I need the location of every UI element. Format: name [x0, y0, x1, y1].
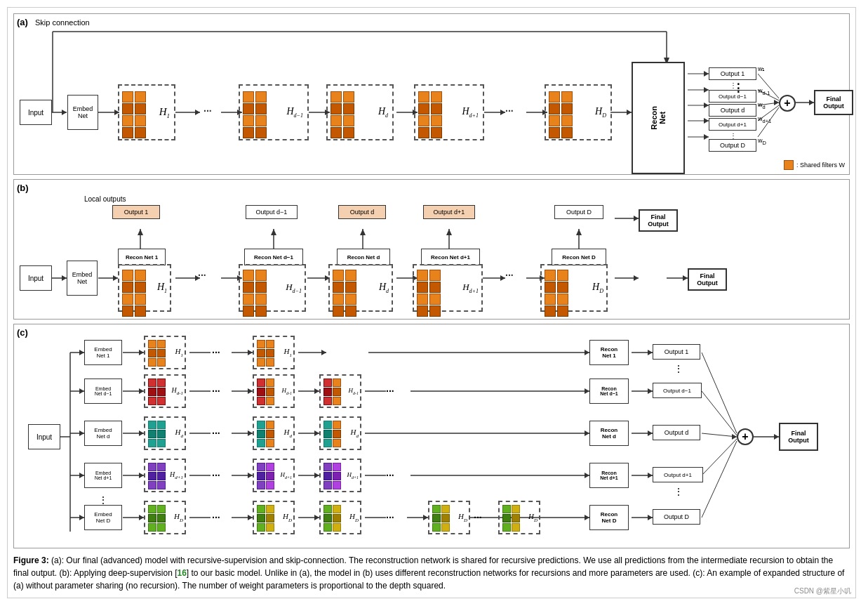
svg-marker-147: [648, 388, 653, 394]
h-dots-1-c: ···: [212, 347, 220, 358]
svg-marker-20: [627, 110, 632, 115]
dashed-hd-a: Hd: [326, 84, 394, 140]
recon-netD-c: Recon Net D: [589, 505, 629, 530]
embed-netdm1-c: Embed Net d−1: [84, 379, 122, 404]
output1-c: Output 1: [653, 344, 700, 360]
filter-block-dp1-c: Hd+1: [144, 459, 186, 492]
svg-marker-23: [704, 71, 709, 77]
svg-marker-95: [139, 350, 144, 355]
svg-line-158: [702, 441, 737, 518]
svg-line-156: [702, 433, 737, 437]
recon-netdm1-label-b: Recon Net d−1: [254, 254, 293, 261]
svg-marker-145: [648, 350, 653, 355]
output1-box-a: Output 1: [709, 67, 756, 80]
embed-netdm1-label-c: Embed Net d−1: [95, 386, 112, 396]
embed-netD-label-c: Embed Net D: [94, 511, 112, 524]
recon-netdp1-label-b: Recon Net d+1: [431, 254, 470, 261]
dashed-hd-b: Hd: [328, 264, 393, 312]
input-box-c: Input: [28, 424, 60, 449]
svg-marker-89: [79, 430, 84, 436]
filter5-D-c: HD: [498, 501, 540, 534]
final-output-a: Final Output: [814, 90, 853, 115]
recon-netD-b: Recon Net D: [552, 249, 606, 265]
section-a-label: (a): [17, 17, 28, 27]
svg-marker-116: [248, 473, 253, 478]
output1-label-b: Output 1: [124, 209, 149, 216]
section-b: (b): [13, 179, 850, 320]
svg-marker-149: [648, 430, 653, 436]
dots2-r4-c: ···: [386, 470, 394, 481]
outputdm1-label-b: Output d−1: [256, 209, 288, 216]
outputD-box-b: Output D: [554, 205, 603, 219]
dots-2-b: ···: [505, 270, 514, 281]
svg-marker-120: [321, 350, 326, 355]
section-a: (a) Skip connection: [13, 13, 850, 175]
filter3-dp1-c: Hd+1: [319, 459, 361, 492]
input-box-a: Input: [20, 100, 52, 125]
svg-marker-103: [139, 515, 144, 520]
svg-marker-118: [248, 515, 253, 520]
svg-marker-159: [732, 434, 737, 440]
svg-line-155: [702, 391, 737, 435]
recon-netdp1-b: Recon Net d+1: [421, 249, 480, 265]
svg-marker-161: [774, 434, 779, 440]
svg-marker-133: [423, 515, 428, 520]
final-output-label-c: Final Output: [788, 430, 809, 444]
section-c: (c): [13, 324, 850, 548]
svg-marker-143: [585, 515, 589, 520]
filter-block-d-c: Hd: [144, 416, 186, 450]
svg-marker-99: [139, 430, 144, 436]
svg-marker-61: [138, 229, 143, 235]
wdp1-label-a: wd+1: [758, 115, 771, 124]
legend-a: : Shared filters W: [784, 160, 845, 170]
svg-marker-63: [271, 229, 276, 235]
embed-netd-label-c: Embed Net d: [94, 427, 112, 440]
outputD-label-b: Output D: [566, 209, 592, 216]
svg-marker-112: [248, 388, 253, 394]
dashed-hdm1-b: Hd−1: [239, 264, 306, 312]
dots3-r5-c: ···: [474, 512, 482, 523]
svg-marker-141: [585, 473, 589, 478]
wdm1-label-a: wd-1: [758, 87, 770, 96]
embed-net-label-b: Embed Net: [72, 271, 93, 285]
outputD-label-a: Output D: [720, 142, 745, 149]
svg-marker-25: [704, 87, 709, 93]
legend-icon-a: [784, 160, 794, 170]
w1-label-a: w₁: [758, 65, 766, 72]
svg-marker-67: [446, 229, 452, 235]
filter3-D-c: HD: [319, 501, 361, 534]
caption-cite: 16: [177, 568, 186, 578]
filter2-1-c: H1: [253, 336, 295, 369]
watermark: CSDN @紫星小叽: [794, 586, 851, 596]
outputdp1-c: Output d+1: [653, 467, 703, 482]
svg-marker-69: [576, 229, 582, 235]
svg-marker-27: [704, 103, 709, 108]
embed-net-label-a: Embed Net: [73, 105, 93, 119]
final-output-b: Final Output: [639, 209, 678, 232]
caption-figure-label: Figure 3:: [13, 555, 49, 565]
plus-circle-a: +: [779, 95, 796, 112]
outputD-c: Output D: [653, 509, 700, 525]
recon-netd-label-b: Recon Net d: [347, 254, 380, 261]
svg-marker-137: [585, 388, 589, 394]
recon-netdm1-b: Recon Net d−1: [244, 249, 303, 265]
recon-dots-a: ⋮: [733, 81, 744, 95]
recon-net1-c: Recon Net 1: [589, 340, 629, 365]
outputd-label-c: Output d: [665, 429, 689, 436]
outputd-label-b: Output d: [350, 209, 375, 216]
input-label-c: Input: [36, 433, 52, 441]
vert-dots-r1-c: ⋮: [674, 363, 683, 374]
final-output2-b: Final Output: [688, 268, 727, 291]
legend-text-a: : Shared filters W: [796, 162, 845, 169]
svg-marker-124: [314, 430, 319, 436]
svg-marker-101: [139, 473, 144, 478]
svg-marker-8: [195, 110, 200, 115]
local-outputs-label: Local outputs: [84, 195, 126, 203]
svg-marker-85: [79, 350, 84, 355]
outputdp1-label-c: Output d+1: [664, 472, 692, 478]
h-dots-5-c: ···: [212, 512, 220, 523]
h-dots-4-c: ···: [212, 470, 220, 481]
svg-marker-135: [585, 350, 589, 355]
svg-marker-122: [314, 388, 319, 394]
recon-netd-c: Recon Net d: [589, 421, 629, 446]
